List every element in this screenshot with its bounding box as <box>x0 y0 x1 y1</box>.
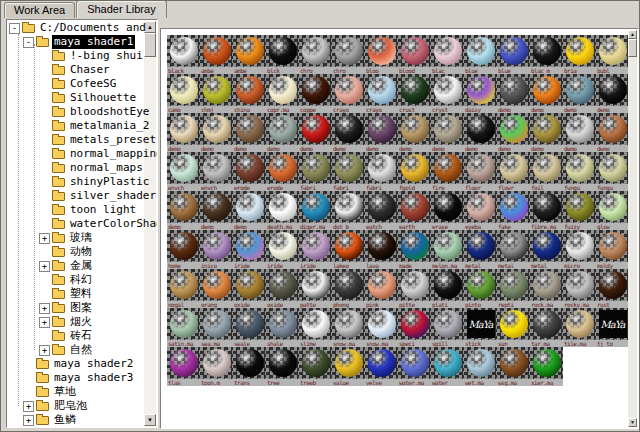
shader-preview[interactable] <box>233 269 266 301</box>
shader-preview[interactable] <box>596 152 629 184</box>
shader-preview[interactable] <box>431 113 464 145</box>
shader-tile[interactable]: copr.ma <box>266 74 299 113</box>
collapse-minus-icon[interactable]: - <box>9 23 20 34</box>
shader-tile[interactable]: demo <box>596 113 629 152</box>
tree-item[interactable]: shinyPlastic <box>7 175 144 189</box>
shader-tile[interactable]: cryst <box>431 74 464 113</box>
shader-preview[interactable] <box>596 35 629 67</box>
shader-tile[interactable]: rocky.ma <box>563 269 596 308</box>
shader-preview[interactable] <box>563 308 596 340</box>
shader-tile[interactable]: micro <box>563 230 596 269</box>
tree-item[interactable]: waterColorShad <box>7 217 144 231</box>
tree-item[interactable]: -C:/Documents and <box>7 21 144 35</box>
scroll-up-icon[interactable]: ▲ <box>628 30 637 39</box>
shader-preview[interactable] <box>167 230 200 262</box>
shader-tile[interactable]: demo <box>299 113 332 152</box>
shader-tile[interactable]: snow.ma <box>332 308 365 347</box>
shader-preview[interactable] <box>299 152 332 184</box>
shader-tile[interactable]: fuzzy <box>563 191 596 230</box>
shader-preview[interactable] <box>596 191 629 223</box>
shader-tile[interactable]: erase <box>431 191 464 230</box>
shader-tile[interactable]: ambe <box>200 35 233 74</box>
shader-preview[interactable] <box>200 230 233 262</box>
scrollbar-thumb[interactable] <box>628 39 637 57</box>
shader-tile[interactable]: daisy <box>464 74 497 113</box>
shader-tile[interactable]: shale <box>266 308 299 347</box>
shader-tile[interactable]: fabri <box>332 152 365 191</box>
shader-preview[interactable] <box>266 230 299 262</box>
shader-tile[interactable]: ambe <box>233 35 266 74</box>
shader-tile[interactable]: demo <box>497 74 530 113</box>
shader-tile[interactable]: erode <box>266 152 299 191</box>
shader-preview[interactable] <box>464 347 497 379</box>
tree-item-label[interactable]: silver_shader <box>68 189 158 203</box>
shader-tile[interactable]: demo <box>596 74 629 113</box>
shader-preview[interactable] <box>299 35 332 67</box>
shader-tile[interactable]: chro <box>332 35 365 74</box>
shader-tile[interactable]: fungu <box>563 152 596 191</box>
shader-preview[interactable] <box>563 113 596 145</box>
shader-preview[interactable] <box>233 347 266 379</box>
shader-preview[interactable] <box>233 191 266 223</box>
shader-tile[interactable]: chro <box>299 35 332 74</box>
shader-tile[interactable]: demo <box>563 113 596 152</box>
shader-preview[interactable] <box>563 74 596 106</box>
shader-tile[interactable]: patte <box>299 269 332 308</box>
shader-preview[interactable] <box>398 74 431 106</box>
shader-preview[interactable] <box>398 152 431 184</box>
shader-tile[interactable]: foil <box>530 152 563 191</box>
tree-item-label[interactable]: 自然 <box>68 343 94 357</box>
shader-preview[interactable] <box>563 230 596 262</box>
shader-preview[interactable] <box>200 191 233 223</box>
shader-tile[interactable]: demo <box>497 113 530 152</box>
shader-tile[interactable]: iride <box>266 230 299 269</box>
shader-preview[interactable] <box>233 113 266 145</box>
expand-plus-icon[interactable]: + <box>39 261 50 272</box>
tree-item-label[interactable]: 金属 <box>68 259 94 273</box>
tree-item[interactable]: silver_shader <box>7 189 144 203</box>
shader-tile[interactable]: black <box>167 35 200 74</box>
shader-tile[interactable]: earth <box>398 191 431 230</box>
shader-tile[interactable]: sun <box>497 308 530 347</box>
tree-item-label[interactable]: C:/Documents and <box>38 21 148 35</box>
shader-tile[interactable]: fire <box>431 152 464 191</box>
tree-item[interactable]: 科幻 <box>7 273 144 287</box>
shader-preview[interactable] <box>497 35 530 67</box>
shader-tile[interactable]: blck <box>266 35 299 74</box>
scroll-down-icon[interactable]: ▼ <box>144 414 156 426</box>
shader-tile[interactable]: eyeba <box>464 191 497 230</box>
tree-item[interactable]: normal_maps <box>7 161 144 175</box>
shader-tile[interactable]: fungu <box>596 152 629 191</box>
tree-item[interactable]: Chaser <box>7 63 144 77</box>
tree-item-label[interactable]: !-bing shui <box>68 49 145 63</box>
shader-preview[interactable] <box>398 308 431 340</box>
scroll-down-icon[interactable]: ▼ <box>628 418 637 427</box>
shader-tile[interactable]: demo <box>233 113 266 152</box>
shader-tile[interactable]: plati <box>431 269 464 308</box>
shader-preview[interactable] <box>431 74 464 106</box>
shader-preview[interactable] <box>365 230 398 262</box>
shader-preview[interactable] <box>365 308 398 340</box>
shader-preview[interactable] <box>299 74 332 106</box>
shader-preview[interactable] <box>233 35 266 67</box>
shader-preview[interactable] <box>365 35 398 67</box>
expand-plus-icon[interactable]: + <box>39 233 50 244</box>
shader-tile[interactable]: metal <box>497 230 530 269</box>
tree-item[interactable]: toon light <box>7 203 144 217</box>
shader-tile[interactable]: MaYastick <box>464 308 497 347</box>
shader-preview[interactable] <box>299 191 332 223</box>
shader-tile[interactable]: blac m <box>530 35 563 74</box>
shader-preview[interactable] <box>167 152 200 184</box>
shader-preview[interactable] <box>497 191 530 223</box>
shader-preview[interactable] <box>167 74 200 106</box>
shader-tile[interactable]: fabri <box>365 152 398 191</box>
shader-tile[interactable]: blue <box>497 35 530 74</box>
shader-tile[interactable]: trans <box>233 347 266 386</box>
shader-preview[interactable] <box>167 347 200 379</box>
tree-item[interactable]: !-bing shui <box>7 49 144 63</box>
shader-tile[interactable]: dot_b <box>332 191 365 230</box>
shader-preview[interactable] <box>233 308 266 340</box>
shader-tile[interactable]: value <box>332 347 365 386</box>
shader-tile[interactable]: phong <box>332 269 365 308</box>
shader-preview[interactable] <box>200 269 233 301</box>
